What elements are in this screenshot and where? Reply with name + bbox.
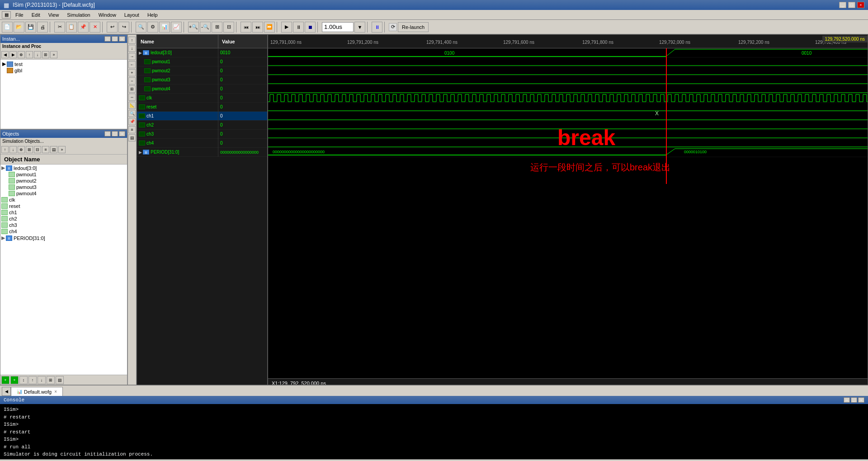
redo-button[interactable]: ↪ — [118, 22, 129, 33]
inst-tb-btn5[interactable]: ↓ — [34, 51, 41, 58]
sig-row-pwmout4[interactable]: pwmout4 0 — [137, 85, 267, 94]
instance-min-btn[interactable]: _ — [112, 36, 118, 42]
menu-simulation[interactable]: Simulation — [63, 11, 94, 19]
copy-button[interactable]: 📋 — [66, 22, 77, 33]
menu-file[interactable]: File — [12, 11, 27, 19]
paste-button[interactable]: 📌 — [78, 22, 89, 33]
sig-row-ch3[interactable]: ch3 0 — [137, 130, 267, 139]
pause-btn[interactable]: ⏸ — [372, 22, 382, 33]
tb-btn-7[interactable]: 📈 — [171, 22, 182, 33]
instance-float-btn[interactable]: ↔ — [104, 36, 111, 42]
tab-scroll-left[interactable]: ◀ — [2, 387, 11, 396]
sim-bottom-btn4[interactable]: ↑ — [28, 376, 37, 384]
tb-btn-10[interactable]: ⊟ — [223, 22, 234, 33]
side-btn-11[interactable]: 📌 — [128, 118, 136, 125]
side-btn-2[interactable]: ↓ — [128, 45, 136, 52]
waveform-display[interactable]: 129,792,520.000 ns 129,791,000 ns 129,79… — [268, 35, 868, 385]
sim-tb-btn7[interactable]: ▤ — [50, 146, 57, 153]
sim-pwmout3[interactable]: pwmout3 — [0, 184, 127, 190]
instance-glbl[interactable]: glbl — [1, 67, 126, 74]
print-button[interactable]: 🖨 — [37, 22, 48, 33]
inst-tb-btn6[interactable]: ⊞ — [42, 51, 49, 58]
new-button[interactable]: 📄 — [2, 22, 13, 33]
console-float-btn[interactable]: ↔ — [844, 397, 850, 403]
menu-help[interactable]: Help — [144, 11, 161, 19]
sig-row-period[interactable]: ▶ B PERIOD[31:0] 00000000000000000 — [137, 148, 267, 157]
sim-tb-btn6[interactable]: ≡ — [42, 146, 49, 153]
side-btn-7[interactable]: ⊞ — [128, 85, 136, 93]
sig-row-ch2[interactable]: ch2 0 — [137, 121, 267, 130]
console-min-btn[interactable]: _ — [851, 397, 857, 403]
settings-button[interactable]: ⚙ — [147, 22, 158, 33]
sig-row-ch1[interactable]: ch1 0 — [137, 112, 267, 121]
minimize-button[interactable]: _ — [839, 2, 846, 8]
side-btn-6[interactable]: − — [128, 77, 136, 85]
sim-tb-btn5[interactable]: ⊟ — [34, 146, 41, 153]
menu-layout[interactable]: Layout — [121, 11, 143, 19]
sim-ch2[interactable]: ch2 — [0, 216, 127, 222]
zoom-in-btn[interactable]: +🔍 — [188, 22, 199, 33]
menu-view[interactable]: View — [45, 11, 63, 19]
sig-row-reset[interactable]: reset 0 — [137, 103, 267, 112]
sim-float-btn[interactable]: ↔ — [104, 131, 111, 136]
side-btn-10[interactable]: 🔍 — [128, 110, 136, 117]
sim-tb-btn3[interactable]: ⊕ — [18, 146, 25, 153]
save-button[interactable]: 💾 — [25, 22, 36, 33]
sim-tb-btn2[interactable]: ↓ — [9, 146, 17, 153]
inst-tb-btn7[interactable]: » — [50, 51, 57, 58]
sim-tb-btn8[interactable]: » — [58, 146, 66, 153]
run-time-input[interactable] — [322, 22, 354, 32]
relaunch-button[interactable]: Re-launch — [398, 22, 429, 32]
close-button[interactable]: × — [857, 2, 864, 8]
sim-bottom-btn7[interactable]: ▤ — [56, 376, 64, 384]
side-btn-1[interactable]: ↑ — [128, 37, 136, 44]
instance-close-btn[interactable]: × — [119, 36, 125, 42]
undo-button[interactable]: ↩ — [107, 22, 118, 33]
inst-tb-btn3[interactable]: ⊕ — [18, 51, 25, 58]
sim-bottom-btn2[interactable]: + — [10, 376, 19, 384]
step-back-btn[interactable]: ⏮ — [241, 22, 251, 33]
find-button[interactable]: 🔍 — [136, 22, 146, 33]
tab-close-btn[interactable]: × — [54, 389, 57, 394]
sig-row-pwmout2[interactable]: pwmout2 0 — [137, 66, 267, 75]
sim-ch4[interactable]: ch4 — [0, 228, 127, 235]
inst-tb-btn2[interactable]: ▶ — [9, 51, 17, 58]
stop-btn[interactable]: ⏹ — [305, 22, 316, 33]
sim-tb-btn4[interactable]: ⊞ — [26, 146, 33, 153]
sim-close-btn[interactable]: × — [119, 131, 125, 136]
sim-ch3[interactable]: ch3 — [0, 222, 127, 228]
sim-pwmout2[interactable]: pwmout2 — [0, 178, 127, 184]
sim-bottom-btn5[interactable]: ↓ — [38, 376, 46, 384]
side-btn-8[interactable]: ↔ — [128, 94, 136, 101]
inst-tb-btn4[interactable]: ↑ — [26, 51, 33, 58]
side-btn-9[interactable]: 📐 — [128, 102, 136, 109]
delete-button[interactable]: ✕ — [90, 22, 100, 33]
sim-pwmout1[interactable]: pwmout1 — [0, 171, 127, 178]
sig-row-ch4[interactable]: ch4 0 — [137, 139, 267, 148]
cut-button[interactable]: ✂ — [54, 22, 65, 33]
side-btn-4[interactable]: ← — [128, 61, 136, 68]
sim-bottom-btn6[interactable]: ⊞ — [47, 376, 55, 384]
side-btn-13[interactable]: ▤ — [128, 134, 136, 141]
step-btn[interactable]: ⏸ — [293, 22, 304, 33]
maximize-button[interactable]: □ — [848, 2, 855, 8]
side-btn-12[interactable]: ≡ — [128, 126, 136, 133]
instance-test[interactable]: ▶ test — [1, 61, 126, 67]
sig-row-clk[interactable]: clk 0 — [137, 94, 267, 103]
sim-period[interactable]: ▶ B PERIOD[31:0] — [0, 235, 127, 241]
sim-bottom-btn3[interactable]: ↕ — [19, 376, 28, 384]
step-fwd-btn[interactable]: ⏭ — [252, 22, 263, 33]
side-btn-3[interactable]: → — [128, 53, 136, 60]
sim-min-btn[interactable]: _ — [112, 131, 118, 136]
tb-btn-9[interactable]: ⊞ — [212, 22, 222, 33]
tb-btn-6[interactable]: 📊 — [159, 22, 170, 33]
sim-ch1[interactable]: ch1 — [0, 209, 127, 216]
side-btn-5[interactable]: + — [128, 69, 136, 76]
waveform-tab[interactable]: 📊 Default.wofg × — [11, 387, 63, 396]
sim-clk[interactable]: clk — [0, 197, 127, 203]
sig-row-ledout[interactable]: ▶ B ledout[3:0] 0010 — [137, 48, 267, 57]
zoom-out-btn[interactable]: -🔍 — [200, 22, 211, 33]
goto-time-btn[interactable]: ⏩ — [264, 22, 275, 33]
inst-tb-btn1[interactable]: ◀ — [1, 51, 9, 58]
sim-tb-btn1[interactable]: ↑ — [1, 146, 9, 153]
